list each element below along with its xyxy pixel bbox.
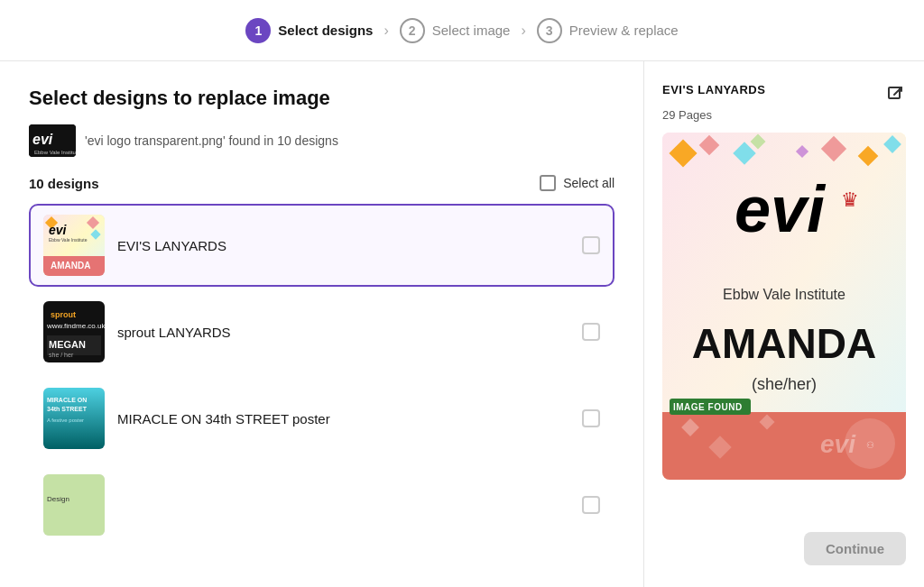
step-2-label: Select image (432, 23, 511, 38)
svg-text:MIRACLE ON: MIRACLE ON (47, 397, 87, 403)
select-all-text: Select all (563, 176, 614, 190)
svg-text:Ebbw Vale Institute: Ebbw Vale Institute (723, 287, 845, 302)
select-all-label[interactable]: Select all (540, 175, 614, 191)
svg-text:34th STREET: 34th STREET (47, 406, 88, 412)
step-arrow-1: › (383, 23, 388, 39)
preview-title: EVI'S LANYARDS (662, 83, 765, 96)
continue-button[interactable]: Continue (804, 532, 906, 565)
design-checkbox-4[interactable] (582, 496, 600, 514)
svg-text:evi: evi (32, 132, 53, 147)
step-2-num: 2 (400, 18, 425, 43)
design-checkbox-miracle[interactable] (582, 409, 600, 427)
design-list: evi Ebbw Vale Institute AMANDA EVI'S LAN… (29, 204, 614, 546)
svg-text:Ebbw Vale Institute: Ebbw Vale Institute (49, 237, 88, 243)
preview-image: evi ♛ Ebbw Vale Institute AMANDA (she/he… (662, 133, 906, 480)
design-checkbox-sprout[interactable] (582, 323, 600, 341)
thumb-miracle: MIRACLE ON 34th STREET A festive poster (43, 388, 105, 449)
svg-text:♛: ♛ (841, 188, 859, 211)
design-name-sprout: sprout LANYARDS (117, 325, 569, 340)
svg-text:sprout: sprout (51, 310, 76, 319)
step-3: 3 Preview & replace (537, 18, 679, 43)
found-text: 'evi logo transparent.png' found in 10 d… (85, 133, 338, 148)
design-name-evi: EVI'S LANYARDS (117, 238, 569, 253)
design-name-miracle: MIRACLE ON 34th STREET poster (117, 411, 569, 426)
svg-rect-21 (43, 474, 105, 536)
svg-text:A festive poster: A festive poster (47, 417, 84, 423)
external-link-icon[interactable] (884, 83, 906, 105)
main-content: Select designs to replace image evi Ebbw… (0, 61, 924, 587)
preview-pages: 29 Pages (662, 108, 906, 122)
svg-text:AMANDA: AMANDA (51, 261, 90, 271)
right-panel: EVI'S LANYARDS 29 Pages (644, 61, 924, 587)
svg-text:⚇: ⚇ (866, 440, 874, 450)
thumb-4: Design (43, 474, 105, 536)
evi-logo-thumb: evi Ebbw Vale Institute (29, 124, 76, 157)
svg-text:evi: evi (735, 173, 827, 245)
step-1: 1 Select designs (245, 18, 373, 43)
step-arrow-2: › (521, 23, 525, 39)
step-1-label: Select designs (278, 23, 373, 38)
found-row: evi Ebbw Vale Institute 'evi logo transp… (29, 124, 614, 157)
designs-header: 10 designs Select all (29, 175, 614, 191)
step-3-num: 3 (537, 18, 562, 43)
svg-text:she / her: she / her (49, 352, 74, 358)
designs-count: 10 designs (29, 176, 99, 191)
svg-text:www.findme.co.uk: www.findme.co.uk (46, 322, 105, 330)
svg-text:(she/her): (she/her) (752, 375, 817, 393)
step-2: 2 Select image (400, 18, 511, 43)
design-item-sprout[interactable]: sprout www.findme.co.uk MEGAN she / her … (29, 290, 614, 373)
step-3-label: Preview & replace (569, 23, 679, 38)
thumb-evi: evi Ebbw Vale Institute AMANDA (43, 215, 105, 276)
select-all-checkbox[interactable] (540, 175, 556, 191)
svg-rect-23 (889, 87, 900, 98)
svg-text:AMANDA: AMANDA (692, 320, 876, 367)
design-item-miracle[interactable]: MIRACLE ON 34th STREET A festive poster … (29, 377, 614, 460)
left-panel: Select designs to replace image evi Ebbw… (0, 61, 644, 587)
svg-text:evi: evi (49, 223, 68, 237)
thumb-sprout: sprout www.findme.co.uk MEGAN she / her (43, 301, 105, 362)
design-checkbox-evi[interactable] (582, 236, 600, 254)
svg-text:Ebbw Vale Institute: Ebbw Vale Institute (34, 150, 76, 155)
preview-header: EVI'S LANYARDS (662, 83, 906, 105)
page-title: Select designs to replace image (29, 87, 614, 110)
design-item-4[interactable]: Design (29, 463, 614, 546)
svg-text:Design: Design (47, 495, 69, 503)
stepper: 1 Select designs › 2 Select image › 3 Pr… (0, 0, 924, 61)
svg-text:MEGAN: MEGAN (49, 339, 86, 350)
design-item-evi[interactable]: evi Ebbw Vale Institute AMANDA EVI'S LAN… (29, 204, 614, 287)
step-1-num: 1 (245, 18, 271, 43)
svg-text:IMAGE FOUND: IMAGE FOUND (673, 402, 743, 412)
